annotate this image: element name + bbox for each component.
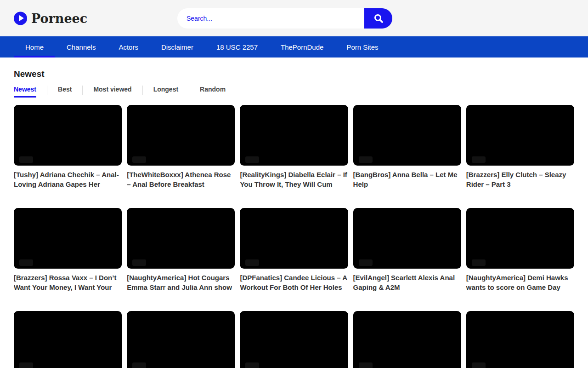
nav-item-disclaimer[interactable]: Disclaimer — [150, 36, 205, 58]
video-title[interactable]: [NaughtyAmerica] Hot Cougars Emma Starr … — [127, 273, 235, 292]
tab-best[interactable]: Best — [58, 86, 72, 98]
duration-badge — [359, 362, 373, 368]
video-card[interactable] — [127, 311, 235, 368]
nav-item-channels[interactable]: Channels — [55, 36, 107, 58]
video-thumbnail[interactable] — [127, 311, 235, 368]
nav-item-actors[interactable]: Actors — [107, 36, 150, 58]
video-thumbnail[interactable] — [127, 208, 235, 269]
video-title[interactable]: [EvilAngel] Scarlett Alexis Anal Gaping … — [353, 273, 461, 292]
site-logo[interactable]: Porneec — [14, 11, 87, 25]
tab-newest[interactable]: Newest — [14, 86, 36, 98]
video-card[interactable]: [BangBros] Anna Bella – Let Me Help — [353, 105, 461, 189]
video-title[interactable]: [Brazzers] Elly Clutch – Sleazy Rider – … — [466, 170, 574, 189]
video-card[interactable]: [NaughtyAmerica] Demi Hawks wants to sco… — [466, 208, 574, 292]
video-thumbnail[interactable] — [353, 208, 461, 269]
video-title[interactable]: [NaughtyAmerica] Demi Hawks wants to sco… — [466, 273, 574, 292]
tab-random[interactable]: Random — [200, 86, 226, 98]
duration-badge — [19, 156, 33, 163]
video-title[interactable]: [BangBros] Anna Bella – Let Me Help — [353, 170, 461, 189]
duration-badge — [472, 259, 486, 266]
nav-item-porn-sites[interactable]: Porn Sites — [335, 36, 390, 58]
tab-longest[interactable]: Longest — [153, 86, 178, 98]
video-thumbnail[interactable] — [353, 311, 461, 368]
video-thumbnail[interactable] — [353, 105, 461, 166]
duration-badge — [19, 259, 33, 266]
duration-badge — [472, 362, 486, 368]
video-grid: [Tushy] Adriana Chechik – Anal-Loving Ad… — [14, 105, 574, 368]
video-card[interactable] — [240, 311, 348, 368]
video-title[interactable]: [Tushy] Adriana Chechik – Anal-Loving Ad… — [14, 170, 122, 189]
video-card[interactable]: [TheWhiteBoxxx] Athenea Rose – Anal Befo… — [127, 105, 235, 189]
video-thumbnail[interactable] — [14, 208, 122, 269]
video-thumbnail[interactable] — [466, 105, 574, 166]
video-card[interactable]: [Brazzers] Elly Clutch – Sleazy Rider – … — [466, 105, 574, 189]
video-thumbnail[interactable] — [466, 208, 574, 269]
duration-badge — [132, 156, 146, 163]
search-input[interactable] — [177, 8, 364, 29]
video-thumbnail[interactable] — [240, 208, 348, 269]
play-icon — [14, 12, 27, 25]
sort-tabs: Newest Best Most viewed Longest Random — [14, 86, 574, 98]
search-bar — [177, 8, 392, 29]
video-thumbnail[interactable] — [240, 311, 348, 368]
site-logo-text: Porneec — [31, 11, 87, 25]
video-thumbnail[interactable] — [14, 311, 122, 368]
video-card[interactable] — [14, 311, 122, 368]
video-thumbnail[interactable] — [127, 105, 235, 166]
main-content: Newest Newest Best Most viewed Longest R… — [0, 69, 588, 368]
search-button[interactable] — [364, 8, 392, 29]
duration-badge — [19, 362, 33, 368]
video-card[interactable]: [Tushy] Adriana Chechik – Anal-Loving Ad… — [14, 105, 122, 189]
video-title[interactable]: [TheWhiteBoxxx] Athenea Rose – Anal Befo… — [127, 170, 235, 189]
video-thumbnail[interactable] — [466, 311, 574, 368]
video-title[interactable]: [RealityKings] Diabella Eclair – If You … — [240, 170, 348, 189]
video-thumbnail[interactable] — [240, 105, 348, 166]
duration-badge — [132, 259, 146, 266]
video-card[interactable] — [466, 311, 574, 368]
nav-item-theporndude[interactable]: ThePornDude — [269, 36, 335, 58]
video-thumbnail[interactable] — [14, 105, 122, 166]
video-title[interactable]: [DPFanatics] Candee Licious – A Workout … — [240, 273, 348, 292]
nav-item-18-usc-2257[interactable]: 18 USC 2257 — [205, 36, 269, 58]
duration-badge — [359, 259, 373, 266]
tab-most-viewed[interactable]: Most viewed — [93, 86, 131, 98]
duration-badge — [472, 156, 486, 163]
video-card[interactable]: [DPFanatics] Candee Licious – A Workout … — [240, 208, 348, 292]
search-icon — [373, 13, 384, 24]
video-card[interactable] — [353, 311, 461, 368]
nav-item-home[interactable]: Home — [14, 36, 55, 58]
video-card[interactable]: [NaughtyAmerica] Hot Cougars Emma Starr … — [127, 208, 235, 292]
tab-divider — [189, 86, 189, 95]
duration-badge — [245, 259, 259, 266]
tab-divider — [142, 86, 143, 95]
video-title[interactable]: [Brazzers] Rossa Vaxx – I Don’t Want You… — [14, 273, 122, 292]
tab-divider — [47, 86, 47, 95]
main-nav: Home Channels Actors Disclaimer 18 USC 2… — [0, 36, 588, 58]
page-title: Newest — [14, 69, 574, 79]
duration-badge — [359, 156, 373, 163]
video-card[interactable]: [RealityKings] Diabella Eclair – If You … — [240, 105, 348, 189]
video-card[interactable]: [EvilAngel] Scarlett Alexis Anal Gaping … — [353, 208, 461, 292]
duration-badge — [132, 362, 146, 368]
site-header: Porneec — [0, 0, 588, 36]
duration-badge — [245, 156, 259, 163]
tab-divider — [82, 86, 83, 95]
video-card[interactable]: [Brazzers] Rossa Vaxx – I Don’t Want You… — [14, 208, 122, 292]
duration-badge — [245, 362, 259, 368]
